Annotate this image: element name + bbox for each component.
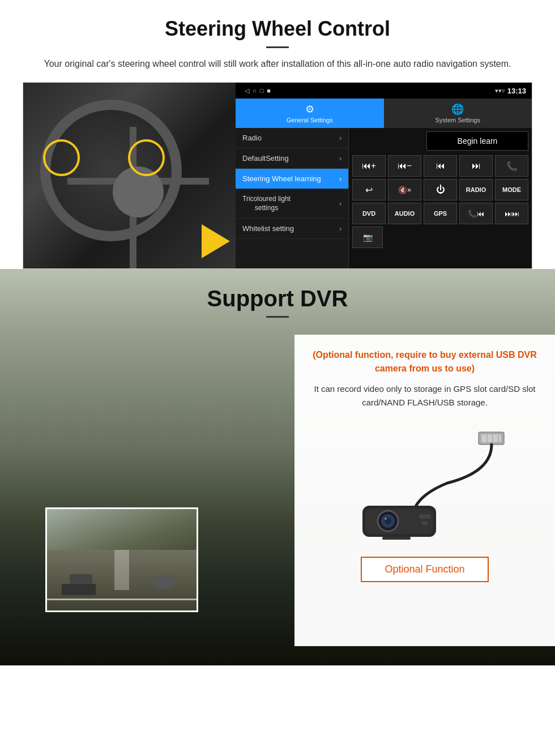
begin-learn-button[interactable]: Begin learn bbox=[426, 131, 528, 151]
title-divider bbox=[266, 46, 289, 48]
phone-icon: 📞 bbox=[506, 161, 518, 172]
menu-radio-arrow: › bbox=[339, 134, 341, 142]
radio-label: RADIO bbox=[466, 186, 486, 193]
wifi-icon: ▿ bbox=[502, 87, 505, 95]
menu-whitelist-arrow: › bbox=[339, 225, 341, 233]
dvd-label: DVD bbox=[362, 210, 375, 217]
mute-icon: 🔇× bbox=[398, 186, 412, 194]
optional-function-button[interactable]: Optional Function bbox=[361, 557, 488, 582]
menu-default-label: DefaultSetting bbox=[242, 154, 289, 163]
begin-learn-row: Begin learn bbox=[352, 131, 528, 151]
vol-up-icon: ⏮+ bbox=[362, 161, 376, 171]
steering-section: Steering Wheel Control Your original car… bbox=[0, 0, 555, 269]
menu-item-radio[interactable]: Radio › bbox=[236, 128, 348, 148]
signal-icon: ▾▾ bbox=[495, 87, 502, 95]
android-statusbar: ◁ ○ □ ■ ▾▾ ▿ 13:13 bbox=[236, 83, 532, 99]
yellow-arrow bbox=[202, 224, 230, 258]
menu-tricoloured-arrow: › bbox=[339, 200, 341, 208]
audio-btn[interactable]: AUDIO bbox=[388, 203, 421, 224]
highlight-circle-left bbox=[43, 139, 80, 176]
dvr-icon-btn[interactable]: 📷 bbox=[352, 227, 383, 248]
phone-prev-btn[interactable]: 📞⏮ bbox=[459, 203, 493, 224]
next-btn[interactable]: ⏭ bbox=[459, 155, 493, 177]
menu-icon: ■ bbox=[267, 87, 271, 95]
tab-general-settings[interactable]: ⚙ General Settings bbox=[236, 99, 384, 128]
ui-screenshot: ◁ ○ □ ■ ▾▾ ▿ 13:13 ⚙ General Settings 🌐 … bbox=[23, 82, 532, 269]
power-btn[interactable]: ⏻ bbox=[424, 179, 457, 200]
control-row-3: DVD AUDIO GPS 📞⏮ ⏭⏭ bbox=[352, 203, 528, 224]
menu-steering-arrow: › bbox=[339, 175, 341, 183]
dvr-optional-text: (Optional function, require to buy exter… bbox=[310, 348, 539, 375]
audio-label: AUDIO bbox=[395, 210, 415, 217]
android-tabs: ⚙ General Settings 🌐 System Settings bbox=[236, 99, 532, 128]
dvr-left-area bbox=[0, 335, 294, 646]
arrow-container bbox=[202, 224, 230, 258]
svg-rect-7 bbox=[365, 509, 433, 534]
home-icon: ○ bbox=[253, 87, 257, 95]
ff-icon: ⏭⏭ bbox=[505, 210, 519, 218]
power-icon: ⏻ bbox=[436, 185, 445, 195]
dvd-btn[interactable]: DVD bbox=[352, 203, 386, 224]
dvr-inset-image bbox=[45, 507, 198, 612]
time-display: 13:13 bbox=[507, 87, 526, 95]
next-icon: ⏭ bbox=[472, 161, 481, 171]
steering-photo bbox=[23, 83, 236, 269]
prev-btn[interactable]: ⏮ bbox=[424, 155, 457, 177]
phone-btn[interactable]: 📞 bbox=[495, 155, 528, 177]
menu-item-tricoloured[interactable]: Tricoloured lightsettings › bbox=[236, 189, 348, 219]
gps-label: GPS bbox=[434, 210, 447, 217]
mode-label: MODE bbox=[502, 186, 521, 193]
ff-btn[interactable]: ⏭⏭ bbox=[495, 203, 528, 224]
tab-system-label: System Settings bbox=[436, 117, 480, 123]
control-panel: Begin learn ⏮+ ⏮− ⏮ ⏭ 📞 ↩ 🔇× ⏻ bbox=[349, 128, 532, 268]
dvr-icon: 📷 bbox=[363, 233, 373, 242]
mode-btn[interactable]: MODE bbox=[495, 179, 528, 200]
dvr-camera-illustration bbox=[310, 421, 539, 545]
settings-gear-icon: ⚙ bbox=[305, 103, 314, 116]
menu-item-steering-wheel[interactable]: Steering Wheel learning › bbox=[236, 169, 348, 189]
control-row-1: ⏮+ ⏮− ⏮ ⏭ 📞 bbox=[352, 155, 528, 177]
control-row-4: 📷 bbox=[352, 227, 528, 248]
dvr-main-area: (Optional function, require to buy exter… bbox=[0, 335, 555, 646]
recents-icon: □ bbox=[260, 87, 264, 95]
steering-title: Steering Wheel Control bbox=[23, 17, 532, 41]
road-scene bbox=[47, 509, 197, 610]
vol-down-icon: ⏮− bbox=[398, 161, 412, 171]
android-content: Radio › DefaultSetting › Steering Wheel … bbox=[236, 128, 532, 268]
dvr-content: Support DVR bbox=[0, 269, 555, 646]
dvr-description-text: It can record video only to storage in G… bbox=[310, 382, 539, 409]
menu-item-whitelist[interactable]: Whitelist setting › bbox=[236, 219, 348, 239]
phone-prev-icon: 📞⏮ bbox=[468, 210, 484, 218]
highlight-circle-right bbox=[128, 139, 165, 176]
menu-whitelist-label: Whitelist setting bbox=[242, 224, 294, 233]
menu-radio-label: Radio bbox=[242, 134, 262, 142]
system-icon: 🌐 bbox=[451, 103, 464, 116]
menu-item-defaultsetting[interactable]: DefaultSetting › bbox=[236, 148, 348, 169]
prev-icon: ⏮ bbox=[436, 161, 445, 171]
dvr-section: Support DVR bbox=[0, 269, 555, 665]
back-icon: ◁ bbox=[245, 87, 249, 95]
tab-system-settings[interactable]: 🌐 System Settings bbox=[384, 99, 532, 128]
dvr-divider bbox=[266, 316, 289, 318]
android-menu-list: Radio › DefaultSetting › Steering Wheel … bbox=[236, 128, 349, 268]
svg-rect-12 bbox=[419, 514, 430, 519]
back-btn[interactable]: ↩ bbox=[352, 179, 386, 200]
dvr-info-card: (Optional function, require to buy exter… bbox=[294, 335, 555, 646]
tab-general-label: General Settings bbox=[287, 117, 333, 123]
steering-subtitle: Your original car's steering wheel contr… bbox=[34, 57, 521, 71]
menu-default-arrow: › bbox=[339, 155, 341, 163]
menu-tricoloured-label: Tricoloured lightsettings bbox=[242, 195, 291, 212]
vol-down-btn[interactable]: ⏮− bbox=[388, 155, 421, 177]
android-ui: ◁ ○ □ ■ ▾▾ ▿ 13:13 ⚙ General Settings 🌐 … bbox=[236, 83, 532, 268]
svg-point-11 bbox=[385, 518, 387, 520]
vol-up-btn[interactable]: ⏮+ bbox=[352, 155, 386, 177]
camera-svg bbox=[334, 426, 515, 540]
dvr-title: Support DVR bbox=[0, 286, 555, 311]
gps-btn[interactable]: GPS bbox=[424, 203, 457, 224]
back-call-icon: ↩ bbox=[365, 185, 373, 195]
radio-btn[interactable]: RADIO bbox=[459, 179, 493, 200]
menu-steering-label: Steering Wheel learning bbox=[242, 174, 321, 183]
svg-rect-14 bbox=[382, 537, 411, 540]
mute-btn[interactable]: 🔇× bbox=[388, 179, 421, 200]
control-row-2: ↩ 🔇× ⏻ RADIO MODE bbox=[352, 179, 528, 200]
